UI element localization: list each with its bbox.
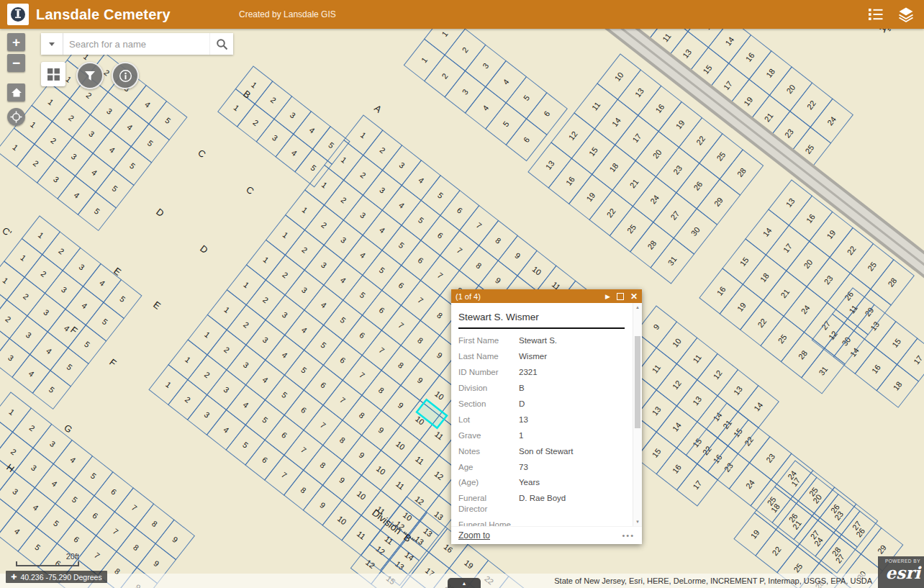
popup-field-row: NotesSon of Stewart <box>458 446 629 457</box>
lansdale-logo <box>7 4 29 25</box>
popup-field-row: DivisionB <box>458 383 629 394</box>
esri-logo: POWERED BY esri <box>878 556 924 588</box>
scroll-up-icon[interactable]: ▲ <box>633 305 642 309</box>
home-icon <box>11 87 22 98</box>
page-title: Lansdale Cemetery <box>36 6 171 23</box>
scalebar: 20ft <box>16 552 79 566</box>
scroll-down-icon[interactable]: ▼ <box>633 520 642 524</box>
scalebar-line <box>16 561 79 566</box>
popup-footer: Zoom to ••• <box>451 526 642 544</box>
chevron-down-icon <box>49 42 55 46</box>
legend-icon[interactable] <box>866 5 885 24</box>
attribution-text: State of New Jersey, Esri, HERE, DeLorme… <box>554 576 872 585</box>
popup-title: Stewart S. Wismer <box>451 303 632 327</box>
grid-icon <box>47 68 60 81</box>
popup-header[interactable]: (1 of 4) ▶ ✕ <box>451 289 642 303</box>
popup-field-row: Lot13 <box>458 415 629 425</box>
home-button[interactable] <box>7 83 25 101</box>
app-header: Lansdale Cemetery Created by Lansdale GI… <box>0 0 924 29</box>
popup-field-row: Grave1 <box>458 430 629 441</box>
filter-icon <box>84 71 96 81</box>
popup-pager: (1 of 4) <box>456 292 599 301</box>
popup-field-row: Funeral DirectorD. Rae Boyd <box>458 493 629 515</box>
filter-button[interactable] <box>76 62 104 89</box>
page-subtitle: Created by Lansdale GIS <box>239 9 336 19</box>
search-source-dropdown[interactable] <box>41 33 63 55</box>
search-button[interactable] <box>209 33 233 55</box>
layers-icon[interactable] <box>897 5 915 24</box>
popup-close-button[interactable]: ✕ <box>630 291 638 302</box>
popup-body: Stewart S. Wismer First NameStewart S.La… <box>451 303 642 526</box>
zoom-to-link[interactable]: Zoom to <box>458 530 490 540</box>
crosshair-icon: ✚ <box>11 574 17 581</box>
search-input[interactable] <box>63 33 209 55</box>
locate-button[interactable] <box>7 108 25 126</box>
coordinates-text: 40.236 -75.290 Degrees <box>20 573 101 582</box>
popup-field-row: SectionD <box>458 399 629 410</box>
chevron-up-icon: ▲ <box>462 581 467 586</box>
esri-wordmark: esri <box>886 564 920 581</box>
popup-field-row: ID Number2321 <box>458 367 629 378</box>
info-button[interactable] <box>112 62 139 89</box>
search-icon <box>216 38 228 50</box>
zoom-out-button[interactable]: − <box>7 54 25 72</box>
zoom-in-button[interactable]: + <box>7 33 25 51</box>
search-widget <box>41 33 233 55</box>
popup-scrollbar[interactable]: ▲ ▼ <box>633 303 642 526</box>
popup-field-row: Funeral Home <box>458 520 629 526</box>
basemap-gallery-button[interactable] <box>41 62 65 86</box>
popup-field-row: Last NameWismer <box>458 351 629 362</box>
popup-fields: First NameStewart S.Last NameWismerID Nu… <box>451 335 632 526</box>
scrollbar-thumb[interactable] <box>635 336 640 428</box>
popup-field-row: (Age)Years <box>458 477 629 488</box>
popup-next-button[interactable]: ▶ <box>605 293 610 300</box>
scalebar-label: 20ft <box>16 552 79 561</box>
locate-icon <box>10 111 22 123</box>
popup-maximize-button[interactable] <box>617 293 624 300</box>
popup-divider <box>458 327 625 329</box>
popup-more-button[interactable]: ••• <box>622 531 635 540</box>
popup-field-row: Age73 <box>458 462 629 473</box>
attribute-table-toggle[interactable]: ▲ <box>448 578 481 588</box>
info-icon <box>119 69 132 83</box>
coordinates-widget[interactable]: ✚ 40.236 -75.290 Degrees <box>6 571 107 583</box>
feature-popup: (1 of 4) ▶ ✕ Stewart S. Wismer First Nam… <box>451 289 642 544</box>
popup-field-row: First NameStewart S. <box>458 335 629 346</box>
